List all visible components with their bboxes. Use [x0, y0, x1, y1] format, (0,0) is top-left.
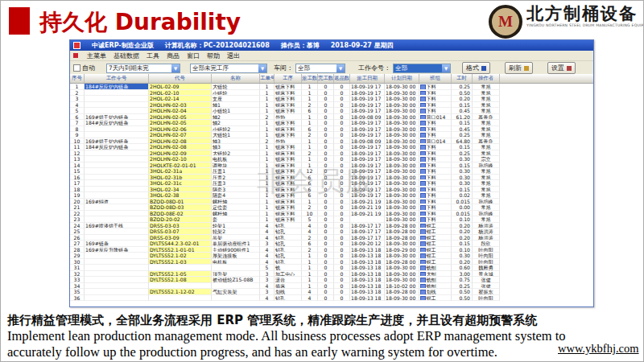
table-row[interactable]: 132HOLHN-02-10电机板1锯床下料10018-09-19 1718-0… — [70, 156, 593, 162]
column-header-3[interactable]: 名称 — [212, 74, 260, 83]
cell — [85, 277, 149, 283]
table-row[interactable]: 344插床10018-09-13 1818-10-02 00铣刨0.25张健 — [70, 283, 593, 290]
cell: 0 — [334, 126, 350, 133]
table-row[interactable]: 22BZOD-08E-02螺杆轴1锯床下料100018-09-21 1918-0… — [70, 211, 593, 217]
cell: 0 — [318, 265, 334, 271]
cell: BZOD-20-02 — [149, 216, 212, 223]
cell: 2HOL-02-10 — [149, 90, 212, 97]
refresh-button[interactable]: 刷新 — [505, 62, 533, 74]
table-row[interactable]: 163HOL-02-31b压盖21锯床下料60018-09-19 1718-09… — [70, 175, 593, 181]
cell: 0 — [318, 108, 334, 114]
cell: 1 — [302, 90, 318, 97]
cell: 张健 — [473, 283, 500, 290]
table-row[interactable]: 26DRSS-03-09吊架4钻孔20018-09-17 1718-09-28 … — [70, 235, 593, 241]
cell — [85, 96, 149, 102]
table-row[interactable]: 92HOLHN-02-07大链轮11锯床下料20018-09-19 1718-0… — [70, 132, 593, 138]
table-row[interactable]: 6169#烘干炉内链条2HOLHN-02-05轴22外协10018-09-08 … — [70, 114, 593, 121]
table-row[interactable]: 33DYLTSS52.1-08被动链轮Z15-08B3滚齿10018-09-13… — [70, 277, 593, 283]
table-row[interactable]: 315铣10018-09-13 1818-09-30 00铣刨0.60魏殿勇 — [70, 265, 593, 271]
cell: 18-09-19 17 — [350, 180, 385, 187]
table-row[interactable]: 25DRSS-03-07轮架24钻孔40018-09-17 1718-09-28… — [70, 228, 593, 235]
cell: 18-09-19 17 — [350, 175, 385, 181]
cell: 轴1 — [212, 102, 260, 109]
column-header-4[interactable]: 工单号 — [260, 74, 275, 83]
table-row[interactable]: 11184#反应炉内链条2HOLHN-02-08轴31锯床下料10018-09-… — [70, 144, 593, 150]
cell: 5 — [260, 265, 275, 271]
menu-item-6[interactable]: 退出 — [227, 51, 240, 60]
due-filter-select[interactable]: 7天内到期未完 ▼ — [106, 64, 180, 73]
cell: 大链轮1 — [212, 132, 260, 138]
column-header-1[interactable]: 工作令号 — [85, 74, 149, 83]
table-row[interactable]: 82HOLHN-02-06小链轮21锯床下料60018-09-19 1718-0… — [70, 126, 593, 133]
cell: 锯床下料 — [275, 96, 302, 102]
column-header-11[interactable]: 班组 — [419, 74, 452, 83]
cell: 1 — [260, 150, 275, 157]
column-header-6[interactable]: 派工数量 — [302, 74, 318, 83]
process-filter-select[interactable]: 全部未完工序 ▼ — [190, 64, 267, 73]
chevron-down-icon: ▼ — [258, 64, 266, 72]
table-row[interactable]: 1184#反应炉内链条2HOL-02-09大链轮1锯床下料10018-09-19… — [70, 84, 593, 90]
cell: 18-09-30 00 — [385, 216, 419, 223]
cell: 下料 — [419, 216, 452, 223]
table-row[interactable]: 42HOLHN-02-03轴11锯床下料20018-09-19 1718-09-… — [70, 102, 593, 109]
auto-checkbox[interactable] — [73, 64, 80, 72]
table-row[interactable]: 10169#烘干炉内链条2HOLHN-02-08轴32外协10018-09-08… — [70, 138, 593, 145]
table-row[interactable]: 28169#反应升降链条DYLTSS52.1-01-01主动链900组件14钻孔… — [70, 247, 593, 253]
cell: 0 — [334, 228, 350, 235]
column-header-9[interactable]: 派工日期 — [350, 74, 385, 83]
column-header-0[interactable]: 序号 — [70, 74, 85, 83]
table-row[interactable]: 24169#喷漆烘干线DRSS-03-03轮架14钻孔40018-09-17 1… — [70, 223, 593, 229]
cell: 1 — [302, 253, 318, 259]
menu-item-1[interactable]: 基础数据 — [114, 51, 139, 60]
cell: 钳工 — [419, 241, 452, 247]
cell: 4 — [302, 223, 318, 229]
table-row[interactable]: 364钻孔40018-09-13 1818-09-30 00钳工0.50叶向阳 — [70, 295, 593, 302]
menu-item-5[interactable]: 帮助 — [207, 51, 220, 60]
table-row[interactable]: 7184#反应炉内链条2HOLHN-02-05轴21锯床下料10018-09-1… — [70, 120, 593, 126]
table-row[interactable]: 23BZOD-20-02套1锯床下料50018-09-30 00下料0.10常旭 — [70, 216, 593, 223]
workshop-select[interactable]: 全部 ▼ — [295, 64, 345, 73]
table-row[interactable]: 27169#链条DYLTSS44.2.3-02-01单层驱动座组件13钻孔600… — [70, 241, 593, 247]
table-row[interactable]: 22HOL-02-10小链轮1锯床下料10018-09-19 1718-09-3… — [70, 90, 593, 97]
table-row[interactable]: 35DYLTSS52.1-12-02气缸安装架3划线40018-09-13 18… — [70, 289, 593, 295]
menu-item-2[interactable]: 工具 — [147, 51, 159, 60]
table-row[interactable]: 20169#辊道BZOD-08D-01螺杆轴1锯床下料10018-09-21 1… — [70, 199, 593, 205]
website-link[interactable]: www.ykbfhj.com — [558, 342, 639, 356]
column-header-13[interactable]: 操作者 — [473, 74, 500, 83]
cell: 螺杆轴 — [212, 199, 260, 205]
cell: 0 — [334, 84, 350, 90]
workorder-select[interactable]: 全部 ▼ — [393, 64, 451, 73]
table-row[interactable]: 173HOL-02-31c压盖31锯床下料60018-09-19 1718-09… — [70, 180, 593, 187]
table-row[interactable]: 122HOLHN-02-09大链轮21锯床下料20018-09-19 1718-… — [70, 150, 593, 157]
table-row[interactable]: 183HOL-02-34隔套31锯床下料60018-09-19 1718-09-… — [70, 187, 593, 193]
settings-button[interactable]: 设置 — [547, 62, 576, 74]
cell: 0 — [318, 150, 334, 157]
column-header-10[interactable]: 计划日期 — [385, 74, 419, 83]
cell: 2 — [302, 247, 318, 253]
cell: 锯床下料 — [275, 108, 302, 114]
table-row[interactable]: 30DYLTSS52.1-03电机板4钻孔10018-09-13 1818-09… — [70, 259, 593, 265]
cell: 营口014 — [419, 114, 452, 121]
window-titlebar[interactable]: 中诚ERP-制造企业版 计算机名称：PC-201204021608 操作员：慕博… — [70, 40, 593, 51]
table-row[interactable]: 29DYLTSS52.1-02厚架连接板4钻孔10018-09-13 1818-… — [70, 253, 593, 259]
cell: 轴2 — [212, 120, 260, 126]
menu-item-4[interactable]: 窗口 — [187, 51, 200, 60]
cell: 6 — [302, 180, 318, 187]
table-row[interactable]: 32HOL-02-14支座1锯床下料10018-09-19 1718-09-30… — [70, 96, 593, 102]
table-row[interactable]: 153HOL-02-31a压盖11锯床下料120018-09-19 1718-0… — [70, 168, 593, 175]
table-row[interactable]: 142HOLKTE-02-01-01调整块1锯床下料10018-09-19 17… — [70, 162, 593, 169]
column-header-8[interactable]: 返品数量 — [334, 74, 350, 83]
table-row[interactable]: 21BZOD-08D-03定位套1锯床下料20018-09-21 1918-09… — [70, 204, 593, 211]
table-row[interactable]: 32DYLTSS52.1-05顶升架3加工中心10018-09-13 1818-… — [70, 271, 593, 278]
column-header-7[interactable]: 完工数量 — [318, 74, 334, 83]
column-header-5[interactable]: 工序 — [275, 74, 302, 83]
format-button[interactable]: 格式 — [462, 62, 490, 74]
menu-item-3[interactable]: 商品 — [167, 51, 180, 60]
table-row[interactable]: 52HOLHN-02-04小链轮11锯床下料60018-09-19 1718-0… — [70, 108, 593, 114]
column-header-12[interactable]: 工时 — [452, 74, 473, 83]
menu-item-0[interactable]: 主菜单 — [87, 51, 106, 60]
column-header-2[interactable]: 代号 — [149, 74, 212, 83]
table-row[interactable]: 193HOL-02-38隔套41锯床下料60018-09-19 1718-09-… — [70, 192, 593, 199]
cell: 0 — [318, 120, 334, 126]
cell: 小链轮 — [212, 90, 260, 97]
